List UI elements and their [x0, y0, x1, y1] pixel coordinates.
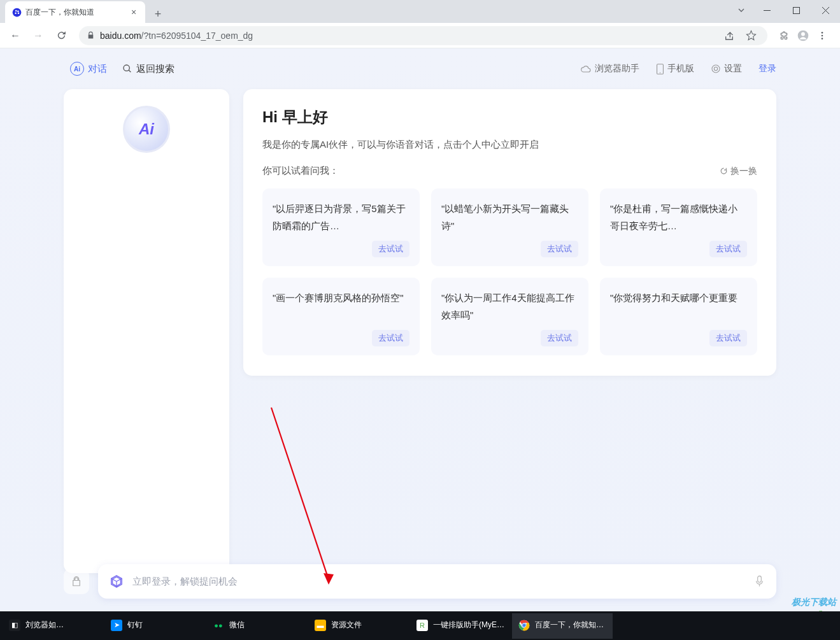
- prompt-text: "你是杜甫，写一篇感慨快递小哥日夜辛劳七…: [610, 200, 747, 234]
- prompt-text: "以后羿逐日为背景，写5篇关于防晒霜的广告…: [273, 200, 409, 234]
- prompt-grid: "以后羿逐日为背景，写5篇关于防晒霜的广告… 去试试 "以蜡笔小新为开头写一篇藏…: [262, 188, 757, 355]
- svg-rect-2: [793, 7, 799, 13]
- svg-rect-13: [758, 576, 762, 583]
- extensions-icon[interactable]: [775, 27, 793, 45]
- dingtalk-icon: ➤: [111, 620, 122, 631]
- try-button[interactable]: 去试试: [709, 241, 747, 257]
- taskbar-label: 微信: [229, 620, 245, 630]
- taskbar-item[interactable]: ➤ 钉钉: [104, 613, 205, 639]
- prompt-card[interactable]: "画一个赛博朋克风格的孙悟空" 去试试: [262, 278, 420, 355]
- url-text: baidu.com/?tn=62095104_17_oem_dg: [100, 30, 253, 41]
- forward-button[interactable]: →: [28, 25, 48, 46]
- left-sidebar: Ai: [64, 89, 229, 573]
- nav-back-search-label: 返回搜索: [136, 63, 174, 75]
- nav-back-search[interactable]: 返回搜索: [122, 63, 174, 75]
- taskbar-item[interactable]: ◧ 刘览器如…: [3, 613, 103, 639]
- prompt-text: "你认为一周工作4天能提高工作效率吗": [441, 289, 578, 324]
- ai-badge-icon: Ai: [70, 62, 84, 76]
- refresh-label: 换一换: [730, 166, 757, 177]
- svg-point-7: [822, 38, 823, 39]
- window-controls: [730, 0, 840, 20]
- try-button[interactable]: 去试试: [372, 241, 409, 257]
- chat-input-wrap: 立即登录，解锁提问机会: [64, 564, 776, 599]
- back-button[interactable]: ←: [5, 25, 25, 46]
- svg-point-10: [660, 72, 660, 73]
- svg-point-12: [714, 67, 717, 70]
- prompt-card[interactable]: "以蜡笔小新为开头写一篇藏头诗" 去试试: [431, 188, 588, 266]
- input-placeholder: 立即登录，解锁提问机会: [132, 576, 745, 588]
- baidu-favicon-icon: [11, 7, 22, 17]
- prompt-card[interactable]: "以后羿逐日为背景，写5篇关于防晒霜的广告… 去试试: [262, 188, 420, 266]
- bookmark-icon[interactable]: [742, 27, 760, 45]
- try-label: 你可以试着问我：: [262, 165, 339, 177]
- reload-button[interactable]: [51, 25, 71, 46]
- taskbar-label: 钉钉: [127, 620, 143, 630]
- menu-icon[interactable]: [813, 27, 831, 45]
- tab-title: 百度一下，你就知道: [25, 7, 125, 18]
- svg-point-4: [801, 32, 805, 36]
- minimize-button[interactable]: [752, 0, 781, 20]
- nav-settings-label: 设置: [724, 63, 742, 75]
- maximize-button[interactable]: [781, 0, 811, 20]
- main-panel: Hi 早上好 我是你的专属AI伙伴，可以与你语音对话，点击个人中心立即开启 你可…: [243, 89, 776, 573]
- close-window-button[interactable]: [811, 0, 840, 20]
- prompt-card[interactable]: "你是杜甫，写一篇感慨快递小哥日夜辛劳七… 去试试: [600, 188, 757, 266]
- greeting-subtitle: 我是你的专属AI伙伴，可以与你语音对话，点击个人中心立即开启: [262, 139, 757, 151]
- lock-button[interactable]: [64, 569, 89, 594]
- svg-point-8: [124, 65, 129, 71]
- app-icon: R: [416, 620, 428, 631]
- url-field[interactable]: baidu.com/?tn=62095104_17_oem_dg: [79, 26, 767, 45]
- prompt-card[interactable]: "你觉得努力和天赋哪个更重要 去试试: [600, 278, 757, 355]
- taskbar-item[interactable]: R 一键排版助手(MyE…: [410, 613, 511, 639]
- taskbar-item[interactable]: 百度一下，你就知…: [512, 613, 613, 639]
- nav-settings[interactable]: 设置: [711, 63, 742, 75]
- try-button[interactable]: 去试试: [541, 330, 578, 346]
- address-bar: ← → baidu.com/?tn=62095104_17_oem_dg: [0, 23, 840, 48]
- taskbar-label: 一键排版助手(MyE…: [433, 620, 504, 630]
- prompt-text: "画一个赛博朋克风格的孙悟空": [273, 289, 409, 324]
- chevron-down-icon[interactable]: [730, 0, 752, 20]
- nav-chat-label: 对话: [88, 63, 107, 75]
- browser-tab[interactable]: 百度一下，你就知道 ×: [5, 1, 145, 23]
- cube-icon: [110, 574, 124, 588]
- nav-browser-helper[interactable]: 浏览器助手: [581, 63, 639, 75]
- svg-point-0: [12, 8, 21, 17]
- prompt-text: "以蜡笔小新为开头写一篇藏头诗": [441, 200, 578, 234]
- share-icon[interactable]: [720, 27, 738, 45]
- refresh-button[interactable]: 换一换: [720, 166, 757, 177]
- cloud-icon: [581, 64, 592, 73]
- chrome-icon: [518, 620, 530, 631]
- profile-icon[interactable]: [794, 27, 812, 45]
- taskbar-item[interactable]: ●● 微信: [206, 613, 307, 639]
- try-button[interactable]: 去试试: [541, 241, 578, 257]
- gear-icon: [711, 64, 721, 74]
- nav-chat[interactable]: Ai 对话: [70, 62, 107, 76]
- taskbar: ◧ 刘览器如… ➤ 钉钉 ●● 微信 ▬ 资源文件 R 一键排版助手(MyE… …: [0, 611, 840, 640]
- tab-strip: 百度一下，你就知道 × +: [0, 0, 167, 23]
- nav-login[interactable]: 登录: [758, 63, 776, 75]
- svg-point-11: [712, 65, 720, 73]
- tab-close-icon[interactable]: ×: [129, 7, 139, 17]
- greeting-title: Hi 早上好: [262, 107, 757, 127]
- ai-avatar-icon: Ai: [123, 106, 170, 153]
- greeting-card: Hi 早上好 我是你的专属AI伙伴，可以与你语音对话，点击个人中心立即开启 你可…: [243, 89, 776, 376]
- chat-input[interactable]: 立即登录，解锁提问机会: [98, 564, 776, 599]
- refresh-icon: [720, 167, 728, 175]
- search-icon: [122, 64, 132, 74]
- app-icon: ◧: [9, 620, 20, 631]
- mic-icon[interactable]: [754, 575, 765, 588]
- taskbar-label: 百度一下，你就知…: [535, 620, 604, 630]
- nav-login-label: 登录: [758, 63, 776, 75]
- nav-browser-helper-label: 浏览器助手: [595, 63, 639, 75]
- lock-icon: [87, 31, 95, 39]
- prompt-text: "你觉得努力和天赋哪个更重要: [610, 289, 747, 324]
- top-navigation: Ai 对话 返回搜索 浏览器助手 手机版 设置 登录: [0, 48, 840, 89]
- nav-mobile[interactable]: 手机版: [656, 63, 694, 75]
- try-button[interactable]: 去试试: [372, 330, 409, 346]
- svg-point-5: [822, 32, 823, 34]
- taskbar-item[interactable]: ▬ 资源文件: [308, 613, 409, 639]
- try-button[interactable]: 去试试: [709, 330, 747, 346]
- new-tab-button[interactable]: +: [149, 5, 167, 23]
- prompt-card[interactable]: "你认为一周工作4天能提高工作效率吗" 去试试: [431, 278, 588, 355]
- taskbar-label: 刘览器如…: [25, 620, 64, 630]
